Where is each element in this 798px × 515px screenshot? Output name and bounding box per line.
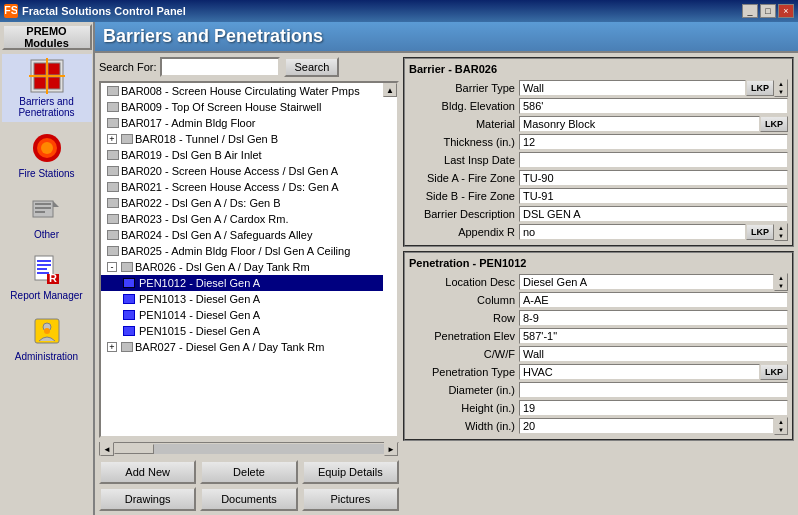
right-panel: Barrier - BAR026 Barrier Type Wall LKP ▲ bbox=[403, 57, 794, 511]
scroll-left-button[interactable]: ◄ bbox=[100, 442, 114, 456]
location-scroll[interactable]: ▲ ▼ bbox=[774, 273, 788, 291]
expand-bar018[interactable]: + bbox=[107, 134, 117, 144]
tree-item-pen1013[interactable]: PEN1013 - Diesel Gen A bbox=[101, 291, 383, 307]
tree-item-bar008[interactable]: BAR008 - Screen House Circulating Water … bbox=[101, 83, 383, 99]
sidebar-item-admin[interactable]: Administration bbox=[2, 309, 92, 366]
tree-item-bar024[interactable]: BAR024 - Dsl Gen A / Safeguards Alley bbox=[101, 227, 383, 243]
horizontal-scrollbar[interactable]: ◄ ► bbox=[99, 442, 399, 456]
tree-item-bar020[interactable]: BAR020 - Screen House Access / Dsl Gen A bbox=[101, 163, 383, 179]
bottom-buttons: Add New Delete Equip Details Drawings Do… bbox=[99, 460, 399, 511]
title-bar: FS Fractal Solutions Control Panel _ □ × bbox=[0, 0, 798, 22]
width-scroll[interactable]: ▲ ▼ bbox=[774, 417, 788, 435]
penetration-table: Location Desc Diesel Gen A ▲ ▼ bbox=[409, 273, 788, 435]
tree-item-bar009[interactable]: BAR009 - Top Of Screen House Stairwell bbox=[101, 99, 383, 115]
premo-modules-button[interactable]: PREMO Modules bbox=[2, 24, 92, 50]
scrollbar-thumb[interactable] bbox=[114, 444, 154, 454]
tree-item-bar023[interactable]: BAR023 - Dsl Gen A / Cardox Rm. bbox=[101, 211, 383, 227]
search-button[interactable]: Search bbox=[284, 57, 339, 77]
tree-item-pen1014[interactable]: PEN1014 - Diesel Gen A bbox=[101, 307, 383, 323]
barrier-icon bbox=[107, 214, 119, 224]
barrier-field-elevation: Bldg. Elevation 586' bbox=[409, 97, 788, 115]
sidebar-item-barriers[interactable]: Barriers andPenetrations bbox=[2, 54, 92, 122]
tree-item-bar027[interactable]: + BAR027 - Diesel Gen A / Day Tank Rm bbox=[101, 339, 383, 355]
barrier-icon bbox=[107, 182, 119, 192]
svg-point-11 bbox=[41, 142, 53, 154]
fire-icon bbox=[29, 130, 65, 166]
expand-bar026[interactable]: - bbox=[107, 262, 117, 272]
page-header: Barriers and Penetrations bbox=[95, 22, 798, 53]
svg-rect-3 bbox=[34, 63, 46, 75]
delete-button[interactable]: Delete bbox=[200, 460, 297, 484]
report-icon: R bbox=[29, 252, 65, 288]
svg-rect-21 bbox=[37, 272, 49, 274]
tree-item-pen1012[interactable]: PEN1012 - Diesel Gen A bbox=[101, 275, 383, 291]
expand-bar027[interactable]: + bbox=[107, 342, 117, 352]
documents-button[interactable]: Documents bbox=[200, 487, 297, 511]
two-col-layout: Search For: Search ▲ BAR008 - Screen Hou… bbox=[95, 53, 798, 515]
tree-item-bar025[interactable]: BAR025 - Admin Bldg Floor / Dsl Gen A Ce… bbox=[101, 243, 383, 259]
tree-item-pen1015[interactable]: PEN1015 - Diesel Gen A bbox=[101, 323, 383, 339]
scrollbar-track[interactable] bbox=[114, 444, 384, 454]
barrier-icon bbox=[107, 118, 119, 128]
tree-item-bar019[interactable]: BAR019 - Dsl Gen B Air Inlet bbox=[101, 147, 383, 163]
title-bar-left: FS Fractal Solutions Control Panel bbox=[4, 4, 186, 18]
barrier-field-appendix-r: Appendix R no LKP ▲ ▼ bbox=[409, 223, 788, 241]
barrier-type-scroll[interactable]: ▲ ▼ bbox=[774, 79, 788, 97]
svg-rect-15 bbox=[35, 207, 51, 209]
app-icon: FS bbox=[4, 4, 18, 18]
fire-label: Fire Stations bbox=[18, 168, 74, 179]
tree-item-bar017[interactable]: BAR017 - Admin Bldg Floor bbox=[101, 115, 383, 131]
maximize-button[interactable]: □ bbox=[760, 4, 776, 18]
svg-marker-13 bbox=[53, 201, 59, 207]
equip-details-button[interactable]: Equip Details bbox=[302, 460, 399, 484]
sidebar-item-report[interactable]: R Report Manager bbox=[2, 248, 92, 305]
sidebar-item-other[interactable]: Other bbox=[2, 187, 92, 244]
material-lkp[interactable]: LKP bbox=[760, 116, 788, 132]
barrier-field-thickness: Thickness (in.) 12 bbox=[409, 133, 788, 151]
minimize-button[interactable]: _ bbox=[742, 4, 758, 18]
barrier-icon bbox=[107, 246, 119, 256]
tree-item-bar026[interactable]: - BAR026 - Dsl Gen A / Day Tank Rm bbox=[101, 259, 383, 275]
barrier-type-lkp[interactable]: LKP bbox=[746, 80, 774, 96]
search-input[interactable] bbox=[160, 57, 280, 77]
window-title: Fractal Solutions Control Panel bbox=[22, 5, 186, 17]
window-controls[interactable]: _ □ × bbox=[742, 4, 794, 18]
penetration-info-box: Penetration - PEN1012 Location Desc Dies… bbox=[403, 251, 794, 441]
barriers-label: Barriers andPenetrations bbox=[18, 96, 74, 118]
scroll-right-button[interactable]: ► bbox=[384, 442, 398, 456]
admin-icon bbox=[29, 313, 65, 349]
pictures-button[interactable]: Pictures bbox=[302, 487, 399, 511]
scroll-up-button[interactable]: ▲ bbox=[383, 83, 397, 97]
pen-type-lkp[interactable]: LKP bbox=[760, 364, 788, 380]
pen-icon bbox=[123, 278, 135, 288]
barriers-icon bbox=[29, 58, 65, 94]
barrier-field-side-a: Side A - Fire Zone TU-90 bbox=[409, 169, 788, 187]
main-container: PREMO Modules Barriers andPenetrations bbox=[0, 22, 798, 515]
button-row-1: Add New Delete Equip Details bbox=[99, 460, 399, 484]
other-icon bbox=[29, 191, 65, 227]
tree-list[interactable]: ▲ BAR008 - Screen House Circulating Wate… bbox=[99, 81, 399, 438]
drawings-button[interactable]: Drawings bbox=[99, 487, 196, 511]
barrier-icon bbox=[107, 102, 119, 112]
appendix-r-scroll[interactable]: ▲ ▼ bbox=[774, 223, 788, 241]
svg-text:FS: FS bbox=[5, 5, 17, 16]
pen-icon bbox=[123, 294, 135, 304]
svg-rect-18 bbox=[37, 260, 51, 262]
button-row-2: Drawings Documents Pictures bbox=[99, 487, 399, 511]
pen-icon bbox=[123, 310, 135, 320]
svg-rect-4 bbox=[48, 63, 60, 75]
tree-item-bar021[interactable]: BAR021 - Screen House Access / Ds: Gen A bbox=[101, 179, 383, 195]
add-new-button[interactable]: Add New bbox=[99, 460, 196, 484]
pen-field-location: Location Desc Diesel Gen A ▲ ▼ bbox=[409, 273, 788, 291]
tree-item-bar022[interactable]: BAR022 - Dsl Gen A / Ds: Gen B bbox=[101, 195, 383, 211]
svg-rect-5 bbox=[34, 77, 46, 89]
search-bar: Search For: Search bbox=[99, 57, 399, 77]
left-panel: Search For: Search ▲ BAR008 - Screen Hou… bbox=[99, 57, 399, 511]
barrier-title: Barrier - BAR026 bbox=[409, 63, 788, 75]
barrier-field-insp-date: Last Insp Date bbox=[409, 151, 788, 169]
sidebar-item-fire[interactable]: Fire Stations bbox=[2, 126, 92, 183]
appendix-r-lkp[interactable]: LKP bbox=[746, 224, 774, 240]
close-button[interactable]: × bbox=[778, 4, 794, 18]
barrier-field-barrier-type: Barrier Type Wall LKP ▲ ▼ bbox=[409, 79, 788, 97]
tree-item-bar018[interactable]: + BAR018 - Tunnel / Dsl Gen B bbox=[101, 131, 383, 147]
